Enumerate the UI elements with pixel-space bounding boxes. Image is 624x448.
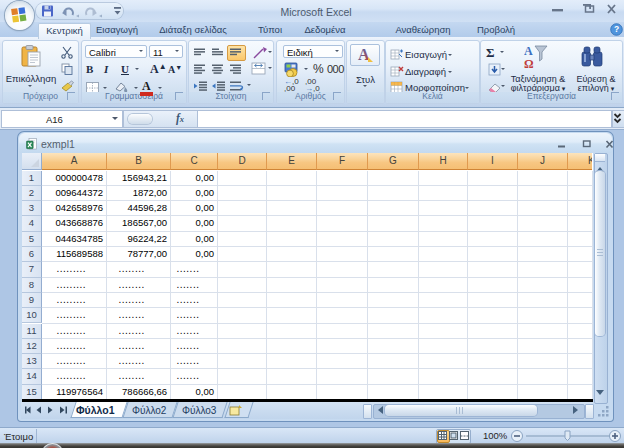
svg-text:Ω: Ω — [524, 57, 534, 70]
svg-text:A: A — [524, 44, 533, 58]
svg-text:?: ? — [614, 24, 619, 34]
